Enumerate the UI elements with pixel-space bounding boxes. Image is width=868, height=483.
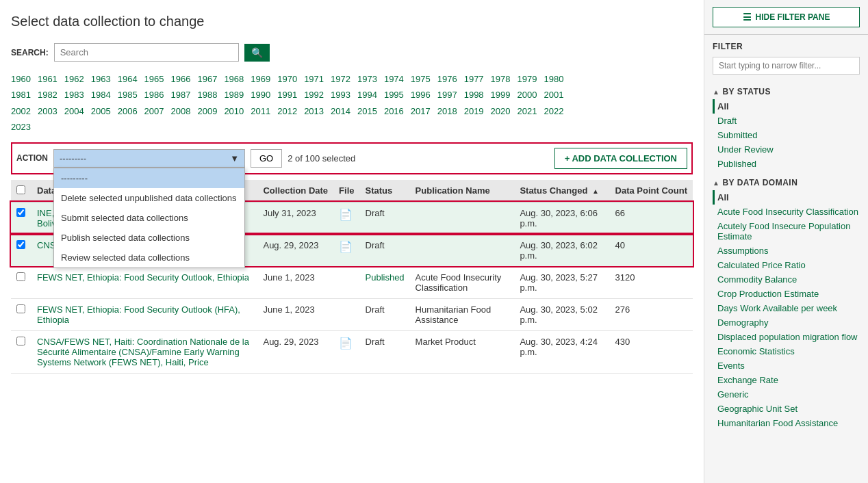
- year-link-2000[interactable]: 2000: [518, 90, 537, 100]
- year-link-2021[interactable]: 2021: [518, 106, 537, 116]
- year-link-1984[interactable]: 1984: [91, 90, 111, 100]
- year-link-1996[interactable]: 1996: [411, 90, 431, 100]
- domain-filter-exchange-rate[interactable]: Exchange Rate: [713, 373, 860, 387]
- year-link-2010[interactable]: 2010: [224, 106, 244, 116]
- filter-narrow-input[interactable]: [713, 57, 860, 75]
- year-link-1963[interactable]: 1963: [91, 74, 111, 84]
- year-link-2019[interactable]: 2019: [464, 106, 484, 116]
- year-link-2014[interactable]: 2014: [331, 106, 350, 116]
- year-link-1976[interactable]: 1976: [437, 74, 457, 84]
- year-link-2023[interactable]: 2023: [11, 122, 31, 132]
- year-link-1969[interactable]: 1969: [251, 74, 270, 84]
- year-link-1998[interactable]: 1998: [464, 90, 484, 100]
- year-link-2011[interactable]: 2011: [251, 106, 270, 116]
- year-link-2001[interactable]: 2001: [544, 90, 563, 100]
- year-link-1985[interactable]: 1985: [118, 90, 138, 100]
- col-status-changed[interactable]: Status Changed ▲: [514, 180, 609, 203]
- year-link-1979[interactable]: 1979: [518, 74, 537, 84]
- year-link-2018[interactable]: 2018: [437, 106, 457, 116]
- year-link-2016[interactable]: 2016: [384, 106, 404, 116]
- domain-filter-acute-food-insecurity-classification[interactable]: Acute Food Insecurity Classification: [713, 205, 860, 219]
- year-link-1993[interactable]: 1993: [331, 90, 350, 100]
- status-filter-published[interactable]: Published: [713, 157, 860, 171]
- year-link-2002[interactable]: 2002: [11, 106, 31, 116]
- year-link-1982[interactable]: 1982: [38, 90, 58, 100]
- year-link-1990[interactable]: 1990: [251, 90, 270, 100]
- status-collapse-icon[interactable]: ▲: [713, 88, 719, 96]
- year-link-1989[interactable]: 1989: [224, 90, 244, 100]
- domain-filter-acutely-food-insecure-population-estimate[interactable]: Acutely Food Insecure Population Estimat…: [713, 219, 860, 244]
- year-link-1961[interactable]: 1961: [38, 74, 58, 84]
- row-file[interactable]: 📄: [333, 234, 359, 266]
- year-link-1999[interactable]: 1999: [491, 90, 511, 100]
- year-link-2007[interactable]: 2007: [144, 106, 164, 116]
- year-link-2015[interactable]: 2015: [357, 106, 377, 116]
- year-link-1991[interactable]: 1991: [277, 90, 297, 100]
- file-icon[interactable]: 📄: [339, 241, 353, 252]
- row-checkbox[interactable]: [16, 208, 25, 217]
- domain-filter-assumptions[interactable]: Assumptions: [713, 244, 860, 258]
- year-link-1967[interactable]: 1967: [197, 74, 217, 84]
- col-count[interactable]: Data Point Count: [610, 180, 693, 203]
- domain-filter-days-work-available-per-week[interactable]: Days Work Available per week: [713, 301, 860, 315]
- year-link-1978[interactable]: 1978: [491, 74, 511, 84]
- year-link-1995[interactable]: 1995: [384, 90, 404, 100]
- year-link-1971[interactable]: 1971: [304, 74, 324, 84]
- file-icon[interactable]: 📄: [339, 337, 353, 349]
- col-file[interactable]: File: [333, 180, 359, 203]
- dropdown-item-delete[interactable]: Delete selected unpublished data collect…: [54, 188, 244, 208]
- row-file[interactable]: 📄: [333, 330, 359, 373]
- year-link-2009[interactable]: 2009: [197, 106, 217, 116]
- row-checkbox[interactable]: [16, 304, 25, 313]
- year-link-1962[interactable]: 1962: [64, 74, 84, 84]
- year-link-1994[interactable]: 1994: [357, 90, 377, 100]
- domain-filter-all[interactable]: All: [713, 190, 860, 205]
- year-link-2012[interactable]: 2012: [277, 106, 297, 116]
- year-link-1987[interactable]: 1987: [171, 90, 191, 100]
- year-link-2020[interactable]: 2020: [491, 106, 511, 116]
- domain-filter-crop-production-estimate[interactable]: Crop Production Estimate: [713, 287, 860, 301]
- domain-filter-events[interactable]: Events: [713, 358, 860, 373]
- select-all-checkbox[interactable]: [16, 185, 25, 194]
- year-link-2017[interactable]: 2017: [411, 106, 431, 116]
- search-input[interactable]: [54, 43, 239, 62]
- dropdown-item-review[interactable]: Review selected data collections: [54, 248, 244, 267]
- year-link-1988[interactable]: 1988: [197, 90, 217, 100]
- year-link-2013[interactable]: 2013: [304, 106, 324, 116]
- domain-filter-displaced-population-migration-flow[interactable]: Displaced population migration flow: [713, 330, 860, 344]
- row-checkbox[interactable]: [16, 272, 25, 281]
- status-filter-draft[interactable]: Draft: [713, 114, 860, 128]
- domain-filter-economic-statistics[interactable]: Economic Statistics: [713, 344, 860, 358]
- domain-filter-commodity-balance[interactable]: Commodity Balance: [713, 272, 860, 287]
- action-select-display[interactable]: --------- ▼: [53, 149, 245, 168]
- file-icon[interactable]: 📄: [339, 209, 353, 220]
- dropdown-item-blank[interactable]: ---------: [54, 168, 244, 188]
- year-link-2004[interactable]: 2004: [64, 106, 84, 116]
- add-data-collection-button[interactable]: + ADD DATA COLLECTION: [554, 148, 687, 169]
- year-link-1986[interactable]: 1986: [144, 90, 164, 100]
- year-link-1983[interactable]: 1983: [64, 90, 84, 100]
- year-link-1966[interactable]: 1966: [171, 74, 191, 84]
- go-button[interactable]: GO: [251, 149, 282, 168]
- hide-filter-button[interactable]: ☰ HIDE FILTER PANE: [713, 7, 860, 27]
- domain-filter-demography[interactable]: Demography: [713, 315, 860, 330]
- year-link-2022[interactable]: 2022: [544, 106, 563, 116]
- col-status[interactable]: Status: [360, 180, 410, 203]
- dropdown-item-submit[interactable]: Submit selected data collections: [54, 208, 244, 228]
- year-link-1997[interactable]: 1997: [437, 90, 457, 100]
- search-button[interactable]: 🔍: [244, 44, 270, 62]
- status-filter-submitted[interactable]: Submitted: [713, 128, 860, 142]
- status-filter-all[interactable]: All: [713, 99, 860, 114]
- status-filter-under-review[interactable]: Under Review: [713, 142, 860, 157]
- year-link-2006[interactable]: 2006: [118, 106, 138, 116]
- year-link-1974[interactable]: 1974: [384, 74, 404, 84]
- year-link-1960[interactable]: 1960: [11, 74, 31, 84]
- action-dropdown-trigger[interactable]: --------- ▼ --------- Delete selected un…: [53, 149, 245, 168]
- row-name-link[interactable]: CNSA/FEWS NET, Haiti: Coordination Natio…: [37, 337, 249, 367]
- domain-filter-generic[interactable]: Generic: [713, 387, 860, 402]
- year-link-1992[interactable]: 1992: [304, 90, 324, 100]
- year-link-1975[interactable]: 1975: [411, 74, 431, 84]
- year-link-2005[interactable]: 2005: [91, 106, 111, 116]
- year-link-1977[interactable]: 1977: [464, 74, 484, 84]
- col-date[interactable]: Collection Date: [257, 180, 333, 203]
